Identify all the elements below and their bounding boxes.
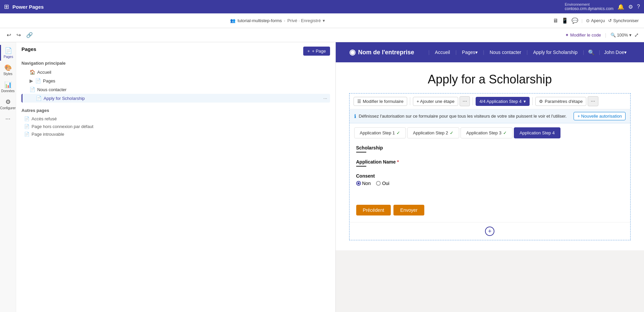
- page-title: Apply for a Scholarship: [349, 72, 631, 86]
- step-more-button[interactable]: ···: [588, 96, 598, 106]
- site-users-icon: 👥: [230, 18, 235, 23]
- editor-toolbar: ↩ ↪ 🔗 ✦ Modifier le code | 🔍 100% ▾ ⤢: [0, 28, 644, 42]
- scholarship-more-icon[interactable]: ···: [323, 96, 327, 101]
- mobile-icon[interactable]: 📱: [561, 17, 568, 24]
- nav-item-accueil[interactable]: 🏠 Accueil: [21, 68, 330, 76]
- separator-2: [473, 97, 473, 105]
- sync-icon: ↺: [608, 18, 612, 23]
- comment-icon[interactable]: 💬: [572, 17, 578, 24]
- toolbar-right: ✦ Modifier le code | 🔍 100% ▾ ⤢: [565, 32, 639, 38]
- more-icon: ···: [5, 115, 10, 122]
- consent-oui-option[interactable]: Oui: [376, 181, 389, 186]
- check-icon-2: ✓: [450, 130, 453, 135]
- step-tab-1[interactable]: Application Step 1 ✓: [354, 127, 406, 138]
- step-tab-2[interactable]: Application Step 2 ✓: [407, 127, 459, 138]
- envoyer-button[interactable]: Envoyer: [393, 205, 424, 215]
- site-info: 👥 tutorial-multistep-forms - Privé · Enr…: [5, 18, 550, 23]
- step-tab-4[interactable]: Application Step 4: [514, 127, 560, 138]
- step-settings-button[interactable]: ⚙ Paramètres d'étape: [535, 97, 586, 106]
- nav-pages[interactable]: Pages▾: [457, 50, 483, 55]
- sidebar-icon-styles[interactable]: 🎨 Styles: [0, 62, 16, 78]
- zoom-icon: 🔍: [610, 33, 616, 38]
- page-icon-2: 📄: [30, 87, 35, 92]
- form-more-button[interactable]: ···: [460, 96, 470, 106]
- form-actions: Précédent Envoyer: [350, 199, 631, 222]
- settings-icon[interactable]: ⚙: [628, 4, 633, 10]
- sidebar-icon-more[interactable]: ···: [0, 113, 16, 124]
- data-icon: 📊: [4, 81, 12, 88]
- logo-text: Nom de l'entreprise: [358, 49, 414, 56]
- help-icon[interactable]: ?: [637, 4, 640, 10]
- add-page-button[interactable]: + + Page: [303, 47, 330, 56]
- site-separator: -: [284, 18, 285, 23]
- separator-3: [532, 97, 533, 105]
- consent-non-option[interactable]: Non: [356, 181, 371, 186]
- step-selector[interactable]: 4/4 Application Step 4 ▾: [476, 97, 530, 106]
- styles-icon: 🎨: [4, 64, 12, 71]
- link-button[interactable]: 🔗: [25, 30, 34, 40]
- grid-icon[interactable]: ⊞: [4, 3, 9, 10]
- user-menu[interactable]: John Doe▾: [600, 50, 631, 55]
- redo-button[interactable]: ↪: [15, 30, 22, 40]
- nav-scholarship[interactable]: Apply for Scholarship: [528, 50, 583, 55]
- info-icon: ℹ: [354, 113, 356, 119]
- nav-item-introuvable[interactable]: 📄 Page introuvable: [21, 130, 330, 138]
- precedent-button[interactable]: Précédent: [356, 205, 391, 215]
- step-dropdown-icon: ▾: [524, 99, 526, 104]
- chevron-right-icon: ▶: [30, 78, 33, 83]
- logo-icon: ◉: [349, 48, 356, 57]
- nav-item-contact[interactable]: 📄 Nous contacter: [21, 85, 330, 94]
- nav-item-scholarship[interactable]: 📄 Apply for Scholarship ···: [21, 94, 330, 103]
- nav-item-pages[interactable]: ▶ 📄 Pages: [21, 76, 330, 85]
- sync-label: Synchroniser: [613, 18, 639, 23]
- check-icon-3: ✓: [503, 130, 507, 135]
- sidebar-icon-config[interactable]: ⚙ Configurer: [0, 96, 16, 112]
- page-icon-scholarship: 📄: [36, 96, 42, 101]
- pages-icon: 📄: [5, 47, 12, 54]
- sync-button[interactable]: ↺ Synchroniser: [608, 18, 639, 23]
- nav-contact[interactable]: Nous contacter: [484, 50, 527, 55]
- form-wrapper: ☰ Modifier le formulaire + Ajouter une é…: [349, 93, 631, 240]
- expand-button[interactable]: ⤢: [634, 32, 639, 38]
- radio-oui[interactable]: [376, 181, 381, 186]
- second-bar-right: 🖥 📱 💬 | ⊙ Aperçu ↺ Synchroniser: [553, 17, 639, 24]
- search-icon[interactable]: 🔍: [584, 49, 599, 56]
- sidebar-icon-data[interactable]: 📊 Données: [0, 79, 16, 95]
- radio-non[interactable]: [356, 181, 361, 186]
- app-name-line: [356, 166, 366, 167]
- zoom-button[interactable]: 🔍 100% ▾: [610, 33, 632, 38]
- new-auth-button[interactable]: + Nouvelle autorisation: [574, 112, 626, 120]
- nav-accueil[interactable]: Accueil: [430, 50, 455, 55]
- undo-button[interactable]: ↩: [5, 30, 12, 40]
- scholarship-field: Scholarship: [356, 145, 624, 152]
- add-step-button[interactable]: + Ajouter une étape: [413, 97, 458, 106]
- separator-1: [410, 97, 410, 105]
- scholarship-label: Scholarship: [356, 145, 624, 150]
- env-value: contoso.crm.dynamics.com: [565, 6, 613, 11]
- modify-form-button[interactable]: ☰ Modifier le formulaire: [354, 97, 407, 106]
- modify-code-button[interactable]: ✦ Modifier le code: [565, 33, 601, 38]
- content-area: ◉ Nom de l'entreprise | Accueil | Pages▾…: [336, 42, 644, 312]
- sidebar-icon-pages[interactable]: 📄 Pages: [0, 45, 16, 61]
- bell-icon[interactable]: 🔔: [618, 4, 624, 10]
- preview-button[interactable]: ⊙ Aperçu: [586, 18, 605, 23]
- nav-item-acces-refuse[interactable]: 📄 Accès refusé: [21, 115, 330, 123]
- home-icon: 🏠: [30, 69, 35, 75]
- step-tab-3[interactable]: Application Step 3 ✓: [461, 127, 513, 138]
- settings-gear-icon: ⚙: [539, 99, 543, 104]
- required-marker: *: [397, 159, 399, 165]
- site-status: Privé · Enregistré: [287, 18, 321, 23]
- app-name-label: Application Name *: [356, 159, 624, 165]
- nav-item-hors-connexion[interactable]: 📄 Page hors connexion par défaut: [21, 123, 330, 130]
- page-icon-intro: 📄: [24, 132, 30, 137]
- site-dropdown-icon[interactable]: ▾: [323, 18, 325, 23]
- preview-icon: ⊙: [586, 18, 590, 23]
- page-icon-hors: 📄: [24, 124, 30, 129]
- scholarship-line: [356, 152, 366, 152]
- app-title: Power Pages: [12, 4, 44, 10]
- add-block-button[interactable]: +: [485, 227, 494, 236]
- code-icon: ✦: [565, 33, 569, 38]
- consent-options: Non Oui: [356, 181, 624, 186]
- screen-icon[interactable]: 🖥: [553, 18, 558, 24]
- form-toolbar: ☰ Modifier le formulaire + Ajouter une é…: [350, 93, 631, 109]
